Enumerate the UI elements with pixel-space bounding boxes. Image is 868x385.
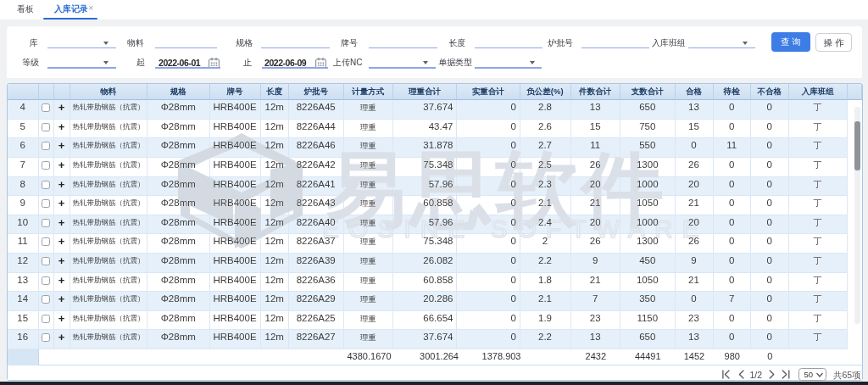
svg-text:共65项: 共65项: [833, 369, 861, 379]
svg-text:1/2: 1/2: [750, 369, 763, 379]
svg-text:50: 50: [804, 370, 814, 379]
